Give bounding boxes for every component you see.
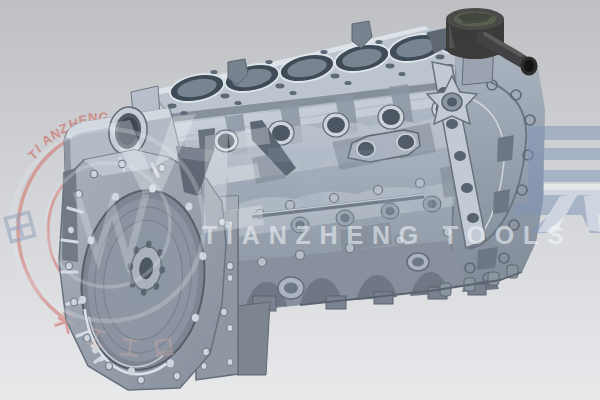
- svg-text:TIANZHENG TOOLS: TIANZHENG TOOLS: [202, 221, 572, 249]
